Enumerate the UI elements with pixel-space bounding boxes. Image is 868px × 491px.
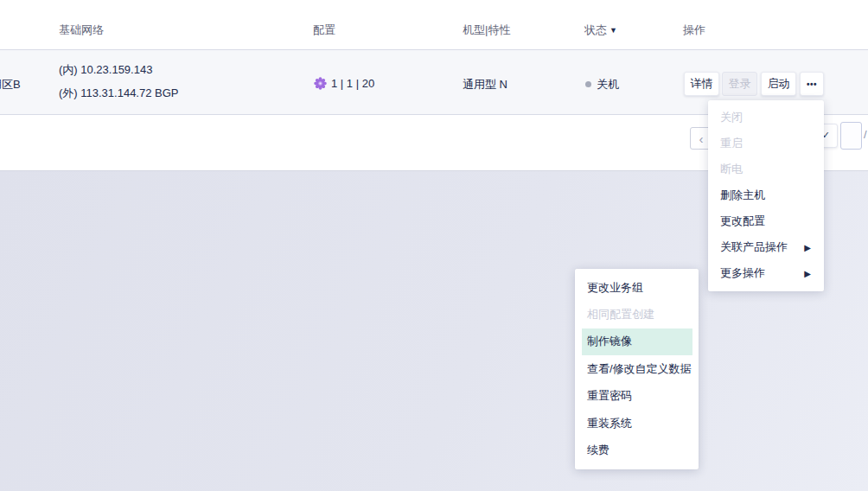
menu-item-related-product-actions[interactable]: 关联产品操作▶	[708, 234, 824, 260]
machine-type-value: 通用型 N	[463, 77, 507, 92]
submenu-item-view-modify-custom-data[interactable]: 查看/修改自定义数据	[575, 355, 699, 382]
column-header-status[interactable]: 状态▼	[584, 22, 617, 38]
submenu-item-renew[interactable]: 续费	[575, 437, 699, 463]
status-filter-icon[interactable]: ▼	[610, 26, 617, 35]
menu-item-change-config[interactable]: 更改配置	[708, 208, 824, 234]
submenu-item-reset-password[interactable]: 重置密码	[575, 383, 699, 410]
page-number-input[interactable]	[840, 122, 862, 150]
menu-item-restart: 重启	[708, 131, 824, 156]
table-header: 基础网络 配置 机型|特性 状态▼ 操作	[0, 0, 868, 50]
config-value: 1 | 1 | 20	[331, 77, 374, 90]
status-dot-icon	[585, 81, 591, 87]
column-header-machine-type: 机型|特性	[463, 22, 510, 38]
status-text: 关机	[597, 77, 619, 92]
column-header-actions: 操作	[683, 22, 705, 38]
submenu-item-change-business-group[interactable]: 更改业务组	[575, 274, 699, 301]
page-separator: /	[864, 128, 867, 141]
availability-zone-label: 用区B	[0, 77, 21, 92]
cpu-flower-icon	[314, 77, 327, 90]
menu-item-more-actions[interactable]: 更多操作▶	[708, 260, 824, 286]
column-header-config: 配置	[313, 22, 335, 38]
submenu-item-make-image[interactable]: 制作镜像	[582, 328, 692, 355]
submenu-item-create-same-config: 相同配置创建	[575, 301, 699, 328]
submenu-arrow-icon: ▶	[804, 243, 811, 252]
actions-dropdown-menu: 关闭 重启 断电 删除主机 更改配置 关联产品操作▶ 更多操作▶	[708, 100, 824, 291]
menu-item-delete-host[interactable]: 删除主机	[708, 182, 824, 208]
more-actions-button[interactable]: •••	[800, 72, 824, 96]
submenu-item-reinstall-system[interactable]: 重装系统	[575, 410, 699, 437]
column-header-basic-network: 基础网络	[59, 22, 104, 38]
menu-item-shutdown: 关闭	[708, 105, 824, 131]
detail-button[interactable]: 详情	[684, 72, 719, 96]
internal-ip: (内) 10.23.159.143	[59, 62, 152, 78]
start-button[interactable]: 启动	[761, 72, 796, 96]
login-button: 登录	[722, 72, 757, 96]
menu-item-poweroff: 断电	[708, 156, 824, 182]
external-ip: (外) 113.31.144.72 BGP	[59, 86, 179, 101]
more-actions-submenu: 更改业务组 相同配置创建 制作镜像 查看/修改自定义数据 重置密码 重装系统 续…	[575, 269, 699, 469]
submenu-arrow-icon: ▶	[804, 269, 811, 278]
